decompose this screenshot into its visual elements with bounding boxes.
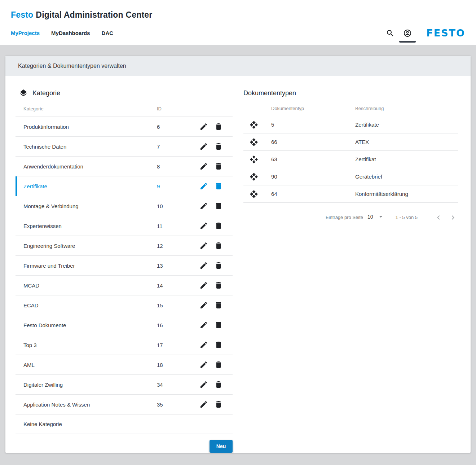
delete-icon[interactable] (214, 221, 223, 230)
move-icon[interactable] (250, 172, 271, 181)
doc-type-id: 64 (271, 191, 355, 197)
edit-icon[interactable] (199, 182, 208, 190)
search-icon[interactable] (386, 29, 395, 38)
new-category-button[interactable]: Neu (210, 440, 233, 453)
category-id: 17 (157, 342, 199, 348)
edit-icon[interactable] (199, 341, 208, 349)
category-id: 34 (157, 382, 199, 388)
delete-icon[interactable] (214, 400, 223, 409)
doc-types-title-label: Dokumententypen (243, 89, 296, 97)
delete-icon[interactable] (214, 301, 223, 310)
category-row[interactable]: Technische Daten 7 (16, 136, 233, 156)
nav-dac[interactable]: DAC (102, 30, 114, 36)
move-icon[interactable] (250, 190, 271, 198)
delete-icon[interactable] (214, 202, 223, 210)
category-row[interactable]: Application Notes & Wissen 35 (16, 394, 233, 414)
delete-icon[interactable] (214, 261, 223, 270)
layers-icon (19, 89, 28, 97)
edit-icon[interactable] (199, 281, 208, 290)
move-icon[interactable] (250, 138, 271, 146)
edit-icon[interactable] (199, 400, 208, 409)
pagination-range: 1 - 5 von 5 (396, 215, 418, 220)
category-row[interactable]: ECAD 15 (16, 295, 233, 315)
category-name: AML (16, 362, 157, 368)
category-row[interactable]: Montage & Verbindung 10 (16, 196, 233, 216)
edit-icon[interactable] (199, 261, 208, 270)
edit-icon[interactable] (199, 202, 208, 210)
delete-icon[interactable] (214, 380, 223, 389)
edit-icon[interactable] (199, 221, 208, 230)
category-id: 12 (157, 243, 199, 249)
doc-type-row: 5 Zertifikate (243, 116, 458, 133)
category-row[interactable]: MCAD 14 (16, 275, 233, 295)
category-row[interactable]: AML 18 (16, 355, 233, 374)
doc-type-description: Gerätebrief (355, 174, 458, 180)
main-nav: MyProjects MyDashboards DAC (11, 30, 113, 36)
category-row[interactable]: Keine Kategorie (16, 414, 233, 434)
delete-icon[interactable] (214, 162, 223, 171)
edit-icon[interactable] (199, 122, 208, 131)
delete-icon[interactable] (214, 341, 223, 349)
delete-icon[interactable] (214, 241, 223, 250)
edit-icon[interactable] (199, 162, 208, 171)
category-row[interactable]: Festo Dokumente 16 (16, 315, 233, 335)
edit-icon[interactable] (199, 301, 208, 310)
delete-icon[interactable] (214, 142, 223, 151)
chevron-left-icon (434, 213, 443, 222)
prev-page-button[interactable] (434, 213, 443, 222)
category-row[interactable]: Top 3 17 (16, 335, 233, 355)
category-id: 16 (157, 322, 199, 328)
brand-name: Festo (11, 10, 33, 19)
doc-type-row: 66 ATEX (243, 133, 458, 151)
category-id: 6 (157, 124, 199, 130)
chevron-right-icon (449, 213, 457, 222)
category-row[interactable]: Zertifikate 9 (16, 176, 233, 196)
delete-icon[interactable] (214, 321, 223, 329)
delete-icon[interactable] (214, 122, 223, 131)
edit-icon[interactable] (199, 360, 208, 369)
category-row[interactable]: Expertenwissen 11 (16, 216, 233, 236)
next-page-button[interactable] (449, 213, 457, 222)
per-page-select[interactable]: 10 (367, 212, 385, 222)
category-row[interactable]: Firmware und Treiber 13 (16, 255, 233, 275)
account-icon[interactable] (403, 29, 412, 38)
doc-types-table: 5 Zertifikate 66 ATEX 63 Zertifikat 90 G… (243, 116, 458, 203)
category-name: ECAD (16, 302, 157, 308)
category-row[interactable]: Anwenderdokumentation 8 (16, 156, 233, 176)
category-id: 15 (157, 302, 199, 308)
category-row[interactable]: Produktinformation 6 (16, 117, 233, 136)
edit-icon[interactable] (199, 142, 208, 151)
move-icon[interactable] (250, 120, 271, 129)
doc-types-panel: Dokumententypen Dokumententyp Beschreibu… (243, 80, 458, 453)
categories-table: Produktinformation 6 Technische Daten 7 … (16, 117, 233, 434)
festo-logo: FESTO (426, 27, 465, 39)
doc-type-id: 5 (271, 122, 355, 128)
category-id: 8 (157, 163, 199, 170)
doc-type-row: 90 Gerätebrief (243, 168, 458, 185)
delete-icon[interactable] (214, 360, 223, 369)
edit-icon[interactable] (199, 380, 208, 389)
category-id: 14 (157, 282, 199, 289)
category-row[interactable]: Digitaler Zwilling 34 (16, 374, 233, 394)
categories-table-header: Kategorie ID (16, 101, 233, 117)
move-icon[interactable] (250, 155, 271, 164)
categories-panel: Kategorie Kategorie ID Produktinformatio… (16, 80, 233, 453)
doc-type-id: 90 (271, 174, 355, 180)
delete-icon[interactable] (214, 182, 223, 190)
category-name: Technische Daten (16, 144, 157, 150)
doc-type-description: Konformitätserklärung (355, 191, 458, 197)
column-header-dokumententyp: Dokumententyp (271, 106, 355, 111)
category-name: Firmware und Treiber (16, 263, 157, 269)
doc-type-id: 66 (271, 139, 355, 145)
category-row[interactable]: Engineering Software 12 (16, 236, 233, 255)
nav-mydashboards[interactable]: MyDashboards (51, 30, 90, 36)
delete-icon[interactable] (214, 281, 223, 290)
edit-icon[interactable] (199, 321, 208, 329)
category-name: Engineering Software (16, 243, 157, 249)
category-id: 18 (157, 362, 199, 368)
category-name: Montage & Verbindung (16, 203, 157, 209)
nav-myprojects[interactable]: MyProjects (11, 30, 40, 36)
card-title: Kategorien & Dokumententypen verwalten (5, 56, 471, 76)
category-id: 10 (157, 203, 199, 209)
edit-icon[interactable] (199, 241, 208, 250)
